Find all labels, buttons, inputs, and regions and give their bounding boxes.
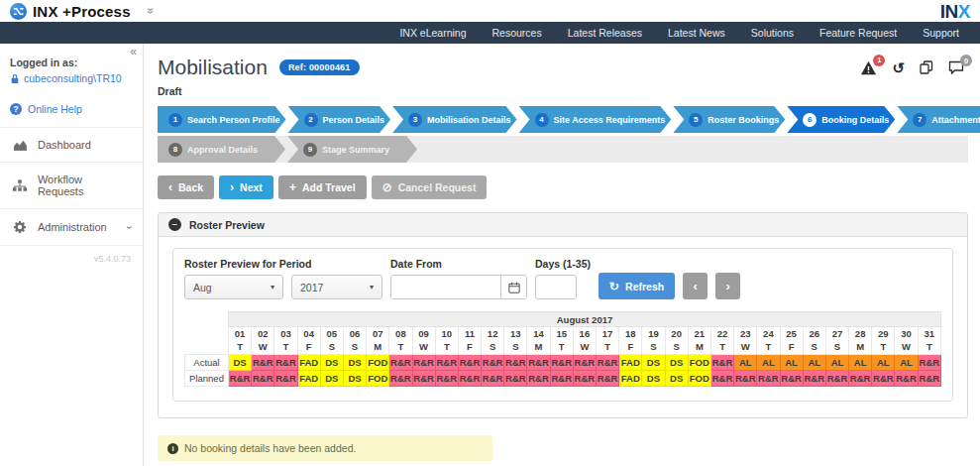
step-label: Site Access Requirements: [554, 115, 666, 125]
step-label: Roster Bookings: [708, 115, 779, 125]
calendar-day-header: 29T: [872, 327, 895, 355]
calendar-day-header: 22T: [710, 327, 733, 355]
sidebar-item-dashboard[interactable]: Dashboard: [0, 127, 143, 162]
days-label: Days (1-35): [535, 258, 591, 270]
wizard-step-2[interactable]: 2Person Details: [288, 106, 391, 133]
wizard-step-9[interactable]: 9Stage Summary: [287, 136, 417, 163]
topnav-link-latest-news[interactable]: Latest News: [655, 27, 738, 39]
chevron-left-icon: ‹: [168, 181, 172, 193]
day-of-week: F: [781, 341, 803, 353]
cancel-request-button[interactable]: ⊘ Cancel Request: [372, 175, 488, 199]
chevron-right-icon: ›: [726, 280, 730, 292]
roster-row-label: Actual: [185, 355, 229, 371]
day-of-week: S: [482, 341, 503, 353]
roster-cell: R&R: [458, 355, 481, 371]
day-of-week: M: [849, 341, 871, 353]
roster-panel-header[interactable]: − Roster Preview: [159, 213, 967, 237]
roster-cell: R&R: [918, 355, 940, 371]
roster-cell: FAD: [619, 371, 642, 387]
wizard-step-6[interactable]: 6Booking Details: [787, 106, 895, 133]
roster-cell: AL: [895, 355, 918, 371]
wizard-steps: 1Search Person Profile2Person Details3Mo…: [158, 106, 968, 163]
wizard-step-5[interactable]: 5Roster Bookings: [673, 106, 785, 133]
topnav-link-feature-request[interactable]: Feature Request: [807, 27, 910, 39]
days-input[interactable]: [535, 275, 577, 299]
add-travel-button[interactable]: + Add Travel: [278, 175, 367, 199]
day-number: 06: [344, 328, 366, 340]
roster-cell: AL: [849, 355, 872, 371]
calendar-day-header: 05S: [320, 327, 343, 355]
day-of-week: F: [459, 341, 481, 353]
roster-cell: R&R: [504, 355, 527, 371]
day-number: 14: [527, 328, 549, 340]
topnav-link-resources[interactable]: Resources: [480, 27, 555, 39]
collapse-panel-icon[interactable]: −: [168, 218, 181, 231]
info-icon: i: [167, 443, 178, 454]
inx-logo: INX: [940, 2, 970, 21]
roster-calendar-table: August 201701T02W03T04F05S06S07M08T09W10…: [184, 311, 941, 387]
sidebar-item-label: Workflow Requests: [38, 174, 131, 197]
day-of-week: S: [504, 341, 526, 353]
roster-cell: FOD: [688, 355, 710, 371]
sidebar-item-workflow-requests[interactable]: Workflow Requests: [0, 162, 143, 208]
wizard-step-4[interactable]: 4Site Access Requirements: [519, 106, 672, 133]
roster-cell: DS: [229, 355, 252, 371]
day-of-week: T: [872, 341, 894, 353]
roster-cell: R&R: [527, 371, 550, 387]
next-period-button[interactable]: ›: [715, 273, 740, 299]
roster-cell: FAD: [297, 355, 320, 371]
roster-filters: Roster Preview for Period Aug ▾ 2017 ▾: [184, 258, 941, 299]
day-number: 19: [642, 328, 664, 340]
menu-double-chevron-icon[interactable]: «: [144, 8, 156, 15]
roster-cell: R&R: [252, 371, 274, 387]
refresh-button[interactable]: ↺ Refresh: [599, 273, 675, 299]
roster-cell: DS: [343, 355, 366, 371]
day-of-week: W: [574, 341, 596, 353]
wizard-step-8[interactable]: 8Approval Details: [158, 136, 285, 163]
step-label: Person Details: [323, 115, 385, 125]
roster-cell: FOD: [367, 371, 389, 387]
wizard-step-1[interactable]: 1Search Person Profile: [158, 106, 286, 133]
topnav-link-latest-releases[interactable]: Latest Releases: [555, 27, 655, 39]
back-button[interactable]: ‹ Back: [158, 175, 214, 199]
day-of-week: F: [298, 341, 320, 353]
roster-cell: R&R: [597, 371, 619, 387]
online-help-link[interactable]: ? Online Help: [0, 93, 143, 127]
next-button[interactable]: › Next: [219, 175, 273, 199]
user-account-link[interactable]: cubeconsulting\TR10: [10, 72, 133, 84]
previous-period-button[interactable]: ‹: [683, 273, 708, 299]
day-number: 12: [482, 328, 503, 340]
calendar-icon[interactable]: [500, 276, 526, 298]
month-select[interactable]: Aug ▾: [184, 275, 283, 299]
day-number: 21: [689, 328, 710, 340]
wizard-step-7[interactable]: 7Attachments: [897, 106, 980, 133]
sidebar-collapse-icon[interactable]: «: [130, 45, 137, 58]
history-icon[interactable]: ↺: [892, 60, 905, 75]
calendar-day-header: 17T: [597, 327, 619, 355]
topnav-link-solutions[interactable]: Solutions: [738, 27, 807, 39]
calendar-corner: [185, 312, 229, 327]
chevron-left-icon: ‹: [694, 280, 698, 292]
year-select[interactable]: 2017 ▾: [291, 275, 382, 299]
copy-icon[interactable]: [920, 60, 933, 74]
warning-icon[interactable]: 1: [860, 60, 877, 75]
no-bookings-alert: i No booking details have been added.: [158, 435, 492, 461]
day-of-week: T: [551, 341, 573, 353]
sidebar-item-administration[interactable]: Administration›: [0, 208, 143, 245]
topnav-link-support[interactable]: Support: [910, 27, 972, 39]
calendar-month-header: August 2017: [229, 312, 941, 327]
wizard-row-1: 1Search Person Profile2Person Details3Mo…: [158, 106, 968, 133]
wizard-step-3[interactable]: 3Mobilisation Details: [392, 106, 517, 133]
calendar-day-header: 03T: [274, 327, 297, 355]
day-of-week: S: [826, 341, 848, 353]
chat-icon[interactable]: 0: [948, 60, 964, 74]
topnav-links: INX eLearningResourcesLatest ReleasesLat…: [386, 27, 972, 39]
topnav-link-inx-elearning[interactable]: INX eLearning: [386, 27, 479, 39]
calendar-day-header: 10T: [435, 327, 458, 355]
roster-cell: DS: [343, 371, 366, 387]
day-of-week: T: [229, 341, 251, 353]
roster-row-label: Planned: [185, 371, 229, 387]
roster-cell: DS: [665, 355, 688, 371]
date-from-input[interactable]: [391, 276, 500, 298]
day-number: 05: [321, 328, 343, 340]
